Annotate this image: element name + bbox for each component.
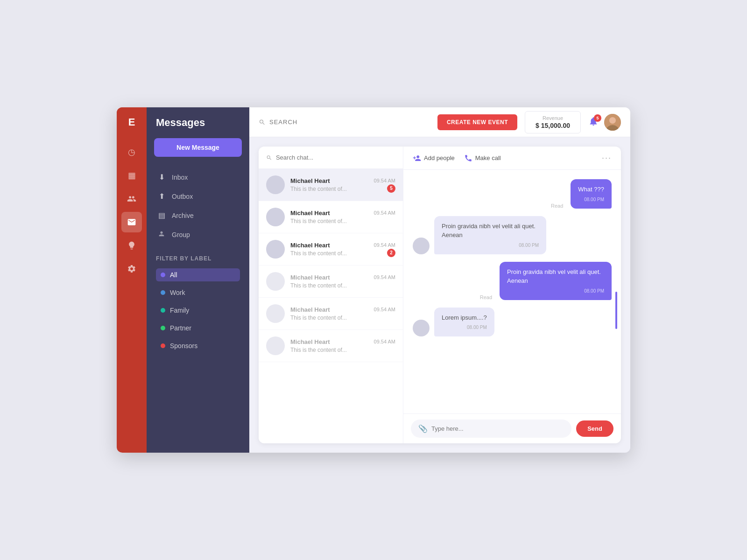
chat-avatar <box>266 272 285 291</box>
search-icon <box>259 119 266 126</box>
message-row: Read What ??? 08.00 PM <box>413 179 612 209</box>
chat-avatar <box>266 304 285 323</box>
lightbulb-icon[interactable] <box>121 235 142 256</box>
all-dot <box>161 273 165 277</box>
message-time: 08.00 PM <box>578 196 604 203</box>
chat-item[interactable]: Michael Heart 09.54 AM This is the conte… <box>259 298 403 330</box>
settings-icon[interactable] <box>121 259 142 279</box>
inbox-label: Inbox <box>172 174 188 181</box>
chat-container: Michael Heart 09.54 AM This is the conte… <box>259 147 621 443</box>
partner-label: Partner <box>170 324 191 332</box>
chat-name-row: Michael Heart 09.54 AM <box>290 306 395 313</box>
chat-preview-row: This is the content of... 2 <box>290 249 395 257</box>
message-text: Proin gravida nibh vel velit ali quet. A… <box>442 223 536 239</box>
chat-item[interactable]: Michael Heart 09.54 AM This is the conte… <box>259 330 403 362</box>
chat-time: 09.54 AM <box>374 210 395 216</box>
archive-icon: ▤ <box>157 211 166 220</box>
topbar-right: 5 <box>588 114 621 131</box>
sidebar-item-inbox[interactable]: ⬇ Inbox <box>150 168 246 186</box>
chat-messages: Read What ??? 08.00 PM Proin gravida nib… <box>403 170 621 413</box>
chat-info: Michael Heart 09.54 AM This is the conte… <box>290 210 395 225</box>
chat-header: Add people Make call ··· <box>403 147 621 170</box>
chat-search-input[interactable] <box>276 154 395 161</box>
topbar: CREATE NEW EVENT Revenue $ 15,000.00 5 <box>249 107 630 137</box>
read-status: Read <box>480 294 492 300</box>
sidebar-item-outbox[interactable]: ⬆ Outbox <box>150 187 246 205</box>
chat-avatar <box>266 240 285 259</box>
filter-sponsors[interactable]: Sponsors <box>156 339 240 352</box>
chat-name-row: Michael Heart 09.54 AM <box>290 338 395 345</box>
users-icon[interactable] <box>121 189 142 209</box>
chat-info: Michael Heart 09.54 AM This is the conte… <box>290 306 395 322</box>
avatar[interactable] <box>604 114 621 131</box>
chat-preview: This is the content of... <box>290 282 347 289</box>
chat-avatar <box>266 208 285 226</box>
sidebar-item-group[interactable]: Group <box>150 225 246 244</box>
make-call-button[interactable]: Make call <box>464 154 501 162</box>
mail-icon[interactable] <box>121 212 142 232</box>
filter-family[interactable]: Family <box>156 304 240 317</box>
bell-button[interactable]: 5 <box>588 116 599 128</box>
clock-icon[interactable]: ◷ <box>121 142 142 162</box>
chat-info: Michael Heart 09.54 AM This is the conte… <box>290 242 395 257</box>
chat-avatar <box>266 175 285 194</box>
chat-avatar <box>266 336 285 355</box>
message-bubble: Proin gravida nibh vel velit ali quet. A… <box>434 216 546 254</box>
chat-input-wrapper: 📎 <box>411 420 571 438</box>
chat-name: Michael Heart <box>290 338 330 345</box>
app-wrapper: E ◷ ▦ <box>117 107 630 453</box>
chat-item[interactable]: Michael Heart 09.54 AM This is the conte… <box>259 169 403 201</box>
message-text: What ??? <box>578 186 604 193</box>
message-text: Lorem ipsum....? <box>442 314 487 321</box>
chat-time: 09.54 AM <box>374 307 395 312</box>
message-time: 08.00 PM <box>507 287 604 294</box>
add-people-icon <box>413 154 421 162</box>
message-time: 08.00 PM <box>442 324 487 331</box>
chat-name-row: Michael Heart 09.54 AM <box>290 274 395 281</box>
chat-item[interactable]: Michael Heart 09.54 AM This is the conte… <box>259 233 403 266</box>
chat-search-icon <box>266 154 272 161</box>
chat-time: 09.54 AM <box>374 242 395 248</box>
filter-partner[interactable]: Partner <box>156 322 240 335</box>
new-message-button[interactable]: New Message <box>154 138 242 157</box>
work-label: Work <box>170 289 185 296</box>
make-call-label: Make call <box>475 154 501 161</box>
calendar-icon[interactable]: ▦ <box>121 165 142 186</box>
chat-preview: This is the content of... <box>290 315 347 321</box>
sidebar-item-archive[interactable]: ▤ Archive <box>150 206 246 224</box>
filter-all[interactable]: All <box>156 268 240 281</box>
chat-preview: This is the content of... <box>290 218 347 224</box>
filter-section: Filter by Label All Work Family Partner <box>147 255 249 352</box>
group-label: Group <box>172 231 190 238</box>
chat-list: Michael Heart 09.54 AM This is the conte… <box>259 147 403 443</box>
chat-name: Michael Heart <box>290 274 330 281</box>
attach-icon[interactable]: 📎 <box>418 424 428 433</box>
message-row: Lorem ipsum....? 08.00 PM <box>413 308 612 337</box>
filter-labels: All Work Family Partner Sponsors <box>156 268 240 352</box>
chat-badge: 2 <box>387 249 395 257</box>
partner-dot <box>161 326 165 330</box>
svg-point-1 <box>609 117 616 124</box>
filter-work[interactable]: Work <box>156 286 240 299</box>
family-dot <box>161 308 165 313</box>
chat-time: 09.54 AM <box>374 178 395 183</box>
read-status: Read <box>551 203 563 209</box>
message-panel: Michael Heart 09.54 AM This is the conte… <box>249 137 630 453</box>
more-options-button[interactable]: ··· <box>602 153 612 163</box>
archive-label: Archive <box>172 212 194 219</box>
chat-preview-row: This is the content of... 5 <box>290 184 395 193</box>
chat-preview: This is the content of... <box>290 347 347 353</box>
outbox-label: Outbox <box>172 193 193 200</box>
chat-item[interactable]: Michael Heart 09.54 AM This is the conte… <box>259 201 403 233</box>
search-input[interactable] <box>269 119 430 126</box>
send-button[interactable]: Send <box>576 420 613 437</box>
icon-nav-items: ◷ ▦ <box>121 137 142 453</box>
create-event-button[interactable]: CREATE NEW EVENT <box>437 114 517 130</box>
chat-item[interactable]: Michael Heart 09.54 AM This is the conte… <box>259 266 403 298</box>
chat-name-row: Michael Heart 09.54 AM <box>290 242 395 249</box>
message-time: 08.00 PM <box>442 242 539 249</box>
revenue-value: $ 15,000.00 <box>533 122 573 129</box>
revenue-label: Revenue <box>533 115 573 121</box>
chat-input[interactable] <box>431 425 564 432</box>
add-people-button[interactable]: Add people <box>413 154 455 162</box>
